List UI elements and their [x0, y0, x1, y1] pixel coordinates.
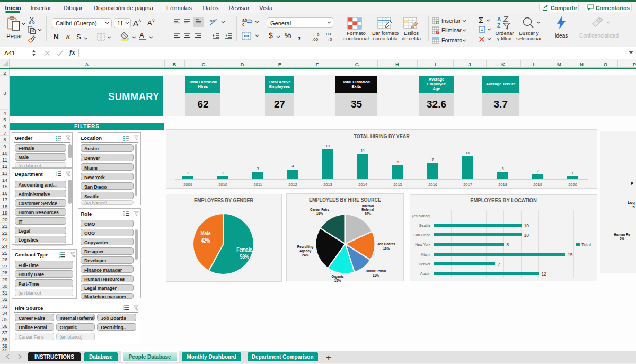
- svg-text:ab: ab: [210, 19, 215, 23]
- svg-text:Z: Z: [497, 23, 500, 29]
- svg-text:A: A: [497, 16, 501, 22]
